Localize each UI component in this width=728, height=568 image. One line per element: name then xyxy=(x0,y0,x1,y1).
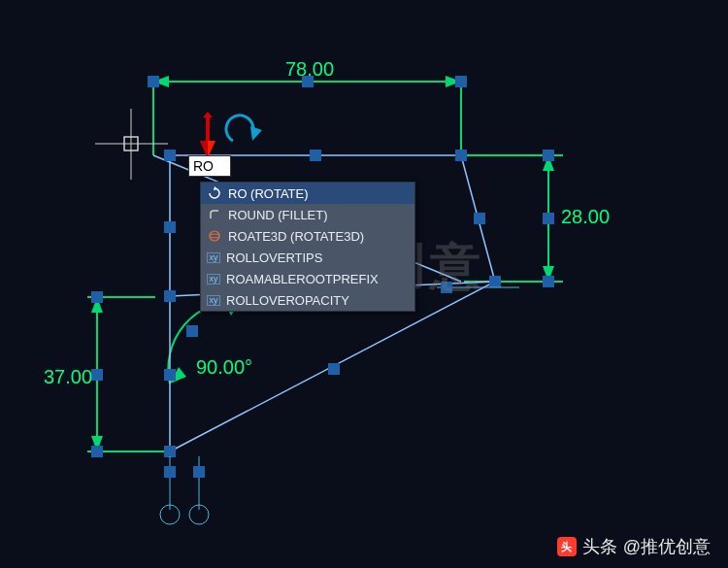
toutiao-icon: 头 xyxy=(557,537,577,556)
crosshair-cursor xyxy=(95,109,168,180)
svg-rect-42 xyxy=(164,369,176,381)
svg-rect-35 xyxy=(310,150,321,161)
autocomplete-label: ROUND (FILLET) xyxy=(228,208,328,222)
rotate-icon xyxy=(207,185,222,201)
autocomplete-label: ROATE3D (ROTATE3D) xyxy=(228,229,364,244)
autocomplete-item-rotate[interactable]: RO (ROTATE) xyxy=(201,183,414,204)
svg-rect-22 xyxy=(91,446,103,457)
svg-rect-43 xyxy=(164,221,176,233)
autocomplete-label: RO (ROTATE) xyxy=(228,186,309,201)
svg-rect-36 xyxy=(474,213,485,224)
variable-icon: xy xyxy=(207,274,220,284)
svg-rect-34 xyxy=(455,150,467,161)
svg-rect-14 xyxy=(543,276,554,287)
svg-rect-23 xyxy=(91,369,103,381)
svg-rect-6 xyxy=(455,76,467,87)
svg-rect-38 xyxy=(164,290,176,302)
dim-angle-value: 90.00° xyxy=(196,356,252,378)
svg-point-60 xyxy=(210,231,219,241)
fillet-icon xyxy=(207,207,222,222)
svg-rect-41 xyxy=(164,446,176,457)
dimension-top[interactable]: 78.00 xyxy=(148,58,467,155)
rotate3d-icon xyxy=(207,228,222,244)
svg-rect-21 xyxy=(91,291,103,303)
dimension-left[interactable]: 37.00 xyxy=(44,291,165,457)
svg-rect-5 xyxy=(148,76,159,87)
autocomplete-item-round[interactable]: ROUND (FILLET) xyxy=(201,204,414,225)
svg-rect-26 xyxy=(186,325,198,337)
svg-rect-51 xyxy=(441,282,452,293)
column-markers xyxy=(160,282,519,524)
svg-rect-49 xyxy=(193,466,205,478)
svg-marker-52 xyxy=(250,126,262,141)
dim-left-value: 37.00 xyxy=(44,366,92,387)
command-autocomplete[interactable]: RO (ROTATE) ROUND (FILLET) ROATE3D (ROTA… xyxy=(200,182,415,312)
red-arrow-indicator xyxy=(198,112,217,158)
svg-rect-13 xyxy=(543,150,554,161)
svg-rect-33 xyxy=(164,150,176,161)
dim-top-value: 78.00 xyxy=(285,58,334,80)
svg-rect-15 xyxy=(543,213,554,224)
attribution-handle: @推优创意 xyxy=(623,535,711,558)
svg-rect-48 xyxy=(164,466,176,478)
autocomplete-item-rollovertips[interactable]: xy ROLLOVERTIPS xyxy=(201,247,414,268)
command-input[interactable] xyxy=(188,155,231,177)
dimension-right[interactable]: 28.00 xyxy=(464,150,610,287)
autocomplete-label: ROAMABLEROOTPREFIX xyxy=(226,272,379,286)
variable-icon: xy xyxy=(207,252,220,263)
attribution-prefix: 头条 xyxy=(582,535,617,558)
dimension-angle[interactable]: 90.00° xyxy=(168,301,252,384)
autocomplete-label: ROLLOVEROPACITY xyxy=(226,293,349,308)
variable-icon: xy xyxy=(207,295,220,306)
rotation-gizmo xyxy=(226,116,262,141)
svg-marker-56 xyxy=(203,112,213,141)
dim-right-value: 28.00 xyxy=(561,206,610,227)
autocomplete-label: ROLLOVERTIPS xyxy=(226,251,322,265)
svg-rect-37 xyxy=(489,276,501,287)
autocomplete-item-rolloveropacity[interactable]: xy ROLLOVEROPACITY xyxy=(201,289,414,311)
svg-point-61 xyxy=(210,234,219,238)
autocomplete-item-roamablerootprefix[interactable]: xy ROAMABLEROOTPREFIX xyxy=(201,268,414,289)
attribution: 头 头条 @推优创意 xyxy=(557,535,711,558)
autocomplete-item-rotate3d[interactable]: ROATE3D (ROTATE3D) xyxy=(201,225,414,247)
svg-rect-40 xyxy=(328,363,340,375)
